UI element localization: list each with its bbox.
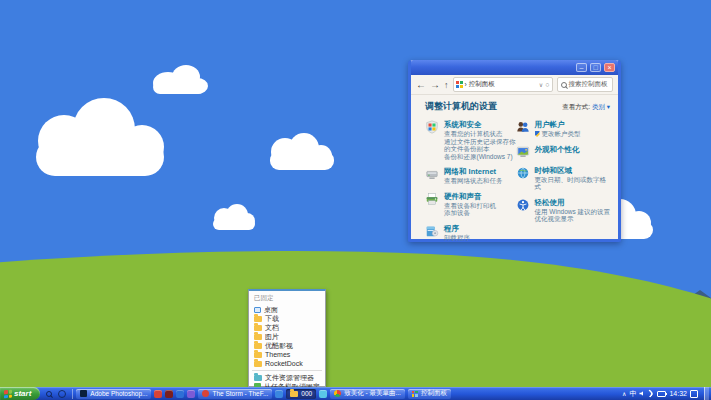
shield-icon bbox=[425, 120, 439, 134]
folder-icon bbox=[254, 343, 262, 349]
title-bar[interactable]: – □ × bbox=[411, 60, 618, 75]
cortana-button[interactable] bbox=[58, 390, 66, 398]
printer-icon bbox=[425, 192, 439, 206]
uac-shield-icon bbox=[535, 131, 540, 137]
taskbar-button-the-storm[interactable]: The Storm - TheF... bbox=[198, 389, 272, 399]
taskbar-button-control-panel[interactable]: 控制面板 bbox=[408, 389, 451, 399]
windows-flag-icon bbox=[4, 389, 12, 398]
pinned-app-icon-3[interactable] bbox=[176, 390, 184, 398]
category-hardware-sound: 硬件和声音 查看设备和打印机 添加设备 bbox=[425, 192, 516, 217]
category-link[interactable]: 更改帐户类型 bbox=[535, 130, 581, 138]
input-indicator[interactable]: 中 bbox=[629, 389, 636, 399]
chevron-down-icon[interactable]: ∨ bbox=[539, 81, 543, 88]
control-panel-icon bbox=[456, 81, 463, 88]
back-icon[interactable]: ← bbox=[416, 80, 426, 90]
category-title[interactable]: 硬件和声音 bbox=[444, 192, 496, 201]
jumplist-item-documents[interactable]: 文档 bbox=[249, 323, 325, 332]
battery-icon[interactable] bbox=[657, 391, 666, 397]
action-center-icon[interactable] bbox=[690, 390, 698, 398]
category-column-left: 系统和安全 查看您的计算机状态 通过文件历史记录保存你的文件备份副本 备份和还原… bbox=[425, 120, 516, 248]
jumplist-item-themes[interactable]: Themes bbox=[249, 350, 325, 359]
category-title[interactable]: 程序 bbox=[444, 224, 470, 233]
category-link[interactable]: 查看您的计算机状态 bbox=[444, 130, 516, 138]
storm-app-icon bbox=[202, 390, 209, 397]
taskbar-button-folder-000[interactable]: 000 bbox=[286, 389, 316, 399]
category-column-right: 用户帐户 更改帐户类型 外观和个性化 bbox=[516, 120, 610, 248]
category-system-security: 系统和安全 查看您的计算机状态 通过文件历史记录保存你的文件备份副本 备份和还原… bbox=[425, 120, 516, 160]
folder-icon bbox=[254, 361, 262, 367]
start-button[interactable]: start bbox=[0, 387, 40, 400]
category-appearance-personalization: 外观和个性化 bbox=[516, 145, 610, 159]
category-clock-region: 时钟和区域 更改日期、时间或数字格式 bbox=[516, 166, 610, 191]
software-box-icon bbox=[425, 224, 439, 238]
taskbar-button-photoshop[interactable]: Adobe Photoshop... bbox=[76, 389, 151, 399]
taskbar-button-browser[interactable]: 致美化 - 最美单曲... bbox=[330, 389, 405, 399]
category-link[interactable]: 优化视觉显示 bbox=[535, 215, 610, 223]
jumplist-item-downloads[interactable]: 下载 bbox=[249, 314, 325, 323]
show-desktop-button[interactable] bbox=[704, 387, 709, 400]
category-network-internet: 网络和 Internet 查看网络状态和任务 bbox=[425, 167, 516, 185]
volume-icon[interactable] bbox=[639, 391, 643, 396]
forward-icon[interactable]: → bbox=[430, 80, 440, 90]
category-title[interactable]: 时钟和区域 bbox=[535, 166, 610, 175]
category-link[interactable]: 添加设备 bbox=[444, 209, 496, 217]
users-icon bbox=[516, 120, 530, 134]
taskbar: start Adobe Photoshop... The Storm - The… bbox=[0, 387, 711, 400]
pinned-app-icon-2[interactable] bbox=[165, 390, 173, 398]
explorer-jumplist: 已固定 桌面 下载 文档 图片 优酷影视 Themes RocketDock 文… bbox=[248, 289, 326, 387]
category-title[interactable]: 用户帐户 bbox=[535, 120, 581, 129]
divider bbox=[72, 389, 73, 399]
folder-icon bbox=[254, 352, 262, 358]
category-link[interactable]: 查看设备和打印机 bbox=[444, 202, 496, 210]
pinned-app-icon-4[interactable] bbox=[187, 390, 195, 398]
category-link[interactable]: 通过文件历史记录保存你的文件备份副本 bbox=[444, 138, 516, 153]
photoshop-icon bbox=[80, 390, 87, 397]
category-link[interactable]: 卸载程序 bbox=[444, 234, 470, 242]
pinned-app-icon-5[interactable] bbox=[275, 390, 283, 398]
chevron-up-icon[interactable]: ∧ bbox=[622, 390, 626, 397]
folder-icon bbox=[254, 316, 262, 322]
personalization-icon bbox=[516, 145, 530, 159]
desktop: – □ × ← → ↑ › 控制面板 ∨ ○ 搜索控制面板 调整计算机的设置 bbox=[0, 0, 711, 400]
jumplist-header: 已固定 bbox=[249, 293, 325, 305]
jumplist-item-youku[interactable]: 优酷影视 bbox=[249, 341, 325, 350]
category-title[interactable]: 系统和安全 bbox=[444, 120, 516, 129]
pinned-app-icon-1[interactable] bbox=[154, 390, 162, 398]
control-panel-content: 调整计算机的设置 查看方式: 类别 ▾ 系统和安全 bbox=[411, 95, 618, 248]
up-icon[interactable]: ↑ bbox=[444, 80, 449, 90]
category-link[interactable]: 使用 Windows 建议的设置 bbox=[535, 208, 610, 216]
category-link[interactable]: 备份和还原(Windows 7) bbox=[444, 153, 516, 161]
category-link[interactable]: 查看网络状态和任务 bbox=[444, 177, 503, 185]
category-programs: 程序 卸载程序 bbox=[425, 224, 516, 242]
clock[interactable]: 14:32 bbox=[669, 390, 687, 397]
control-panel-window: – □ × ← → ↑ › 控制面板 ∨ ○ 搜索控制面板 调整计算机的设置 bbox=[408, 60, 621, 242]
view-by-value[interactable]: 类别 bbox=[592, 103, 605, 110]
search-input[interactable]: 搜索控制面板 bbox=[557, 77, 614, 92]
page-title: 调整计算机的设置 bbox=[425, 100, 497, 113]
category-title[interactable]: 网络和 Internet bbox=[444, 167, 503, 176]
breadcrumb-chevron: › bbox=[465, 81, 467, 88]
control-panel-icon bbox=[412, 391, 418, 397]
network-icon[interactable] bbox=[646, 389, 654, 397]
folder-icon bbox=[254, 325, 262, 331]
category-link[interactable]: 更改日期、时间或数字格式 bbox=[535, 176, 610, 191]
close-button[interactable]: × bbox=[604, 63, 615, 72]
folder-icon bbox=[254, 334, 262, 340]
jumplist-item-rocketdock[interactable]: RocketDock bbox=[249, 359, 325, 368]
minimize-button[interactable]: – bbox=[576, 63, 587, 72]
cortana-ring-icon bbox=[58, 390, 66, 398]
jumplist-item-desktop[interactable]: 桌面 bbox=[249, 305, 325, 314]
view-by-caret-icon[interactable]: ▾ bbox=[607, 103, 610, 110]
breadcrumb[interactable]: 控制面板 bbox=[469, 80, 495, 89]
category-user-accounts: 用户帐户 更改帐户类型 bbox=[516, 120, 610, 138]
network-icon bbox=[425, 167, 439, 181]
taskbar-search-button[interactable] bbox=[46, 391, 52, 397]
address-bar[interactable]: › 控制面板 ∨ ○ bbox=[453, 77, 553, 92]
maximize-button[interactable]: □ bbox=[590, 63, 601, 72]
search-icon bbox=[561, 82, 567, 88]
category-title[interactable]: 轻松使用 bbox=[535, 198, 610, 207]
refresh-icon[interactable]: ○ bbox=[545, 81, 549, 88]
pinned-app-icon-6[interactable] bbox=[319, 390, 327, 398]
category-title[interactable]: 外观和个性化 bbox=[535, 145, 580, 154]
search-icon bbox=[46, 391, 52, 397]
